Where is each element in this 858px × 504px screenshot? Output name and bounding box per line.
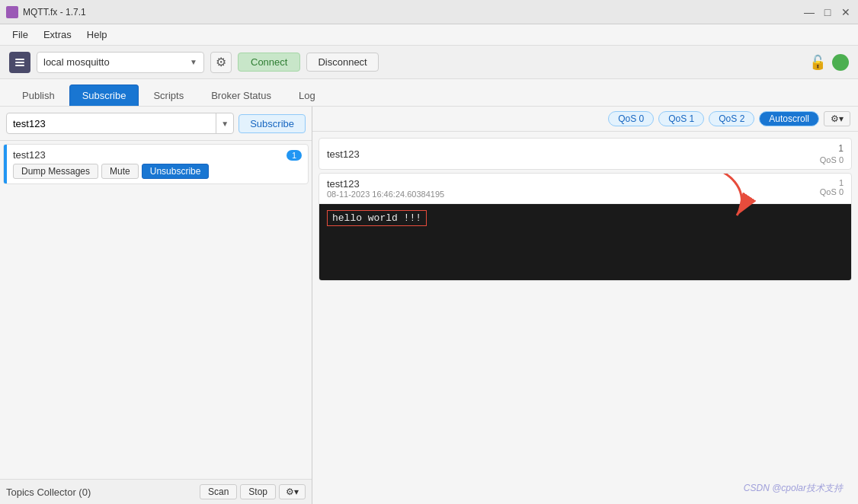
- tab-log[interactable]: Log: [286, 85, 328, 106]
- subscriptions-list: test123 1 Dump Messages Mute Unsubscribe: [0, 141, 312, 479]
- stop-button[interactable]: Stop: [240, 484, 276, 499]
- topic-input-container: ▼: [6, 113, 234, 134]
- broker-name: local mosquitto: [43, 56, 110, 68]
- broker-dropdown-arrow: ▼: [190, 58, 197, 66]
- subscription-count-badge: 1: [287, 150, 302, 161]
- svg-rect-1: [15, 62, 24, 63]
- message-detail-right: 1 QoS 0: [820, 178, 844, 196]
- main-toolbar: local mosquitto ▼ ⚙ Connect Disconnect 🔓: [0, 46, 858, 79]
- qos0-button[interactable]: QoS 0: [608, 111, 654, 126]
- message-detail-left: test123 08-11-2023 16:46:24.60384195: [327, 178, 444, 199]
- message-qos: QoS 0: [820, 155, 844, 164]
- svg-rect-2: [15, 65, 24, 66]
- svg-rect-0: [15, 59, 24, 60]
- message-topic: test123: [327, 148, 360, 160]
- tab-scripts[interactable]: Scripts: [140, 85, 197, 106]
- window-controls: — □ ✕: [803, 6, 852, 18]
- dump-messages-button[interactable]: Dump Messages: [13, 164, 98, 179]
- menu-help[interactable]: Help: [81, 27, 114, 42]
- disconnect-button[interactable]: Disconnect: [306, 53, 378, 72]
- topics-actions: Scan Stop ⚙▾: [200, 484, 306, 499]
- broker-settings-button[interactable]: ⚙: [210, 52, 232, 73]
- message-item: test123 1 QoS 0: [319, 138, 852, 170]
- title-bar-left: MQTT.fx - 1.7.1: [6, 6, 86, 18]
- app-icon: [6, 6, 18, 18]
- subscription-actions: Dump Messages Mute Unsubscribe: [13, 164, 302, 179]
- broker-icon: [9, 52, 30, 73]
- minimize-button[interactable]: —: [803, 6, 815, 18]
- connect-button[interactable]: Connect: [238, 53, 300, 72]
- broker-select[interactable]: local mosquitto ▼: [37, 52, 204, 73]
- lock-icon: 🔓: [809, 54, 826, 71]
- subscribe-button[interactable]: Subscribe: [239, 114, 306, 133]
- tab-broker-status[interactable]: Broker Status: [198, 85, 284, 106]
- tab-bar: Publish Subscribe Scripts Broker Status …: [0, 79, 858, 107]
- tab-publish[interactable]: Publish: [9, 85, 68, 106]
- red-arrow-icon: [684, 173, 775, 223]
- list-item: test123 1 Dump Messages Mute Unsubscribe: [3, 144, 309, 184]
- close-button[interactable]: ✕: [840, 6, 852, 18]
- maximize-button[interactable]: □: [821, 6, 834, 18]
- right-settings-button[interactable]: ⚙▾: [824, 111, 850, 126]
- message-payload-text: hello world !!!: [327, 210, 427, 226]
- menu-file[interactable]: File: [6, 27, 34, 42]
- menu-extras[interactable]: Extras: [37, 27, 78, 42]
- message-detail-timestamp: 08-11-2023 16:46:24.60384195: [327, 190, 444, 199]
- message-payload-area: hello world !!!: [319, 204, 851, 250]
- watermark: CSDN @cpolar技术支持: [744, 482, 843, 495]
- message-detail-topic: test123: [327, 178, 444, 190]
- message-payload-bottom: [319, 250, 851, 280]
- right-toolbar: QoS 0 QoS 1 QoS 2 Autoscroll ⚙▾: [312, 107, 858, 132]
- mute-button[interactable]: Mute: [101, 164, 139, 179]
- autoscroll-button[interactable]: Autoscroll: [759, 111, 819, 126]
- main-content: ▼ Subscribe test123 1 Dump Messages Mute…: [0, 107, 858, 504]
- topic-input[interactable]: [7, 118, 216, 129]
- message-meta: 1 QoS 0: [820, 143, 844, 164]
- message-detail: test123 08-11-2023 16:46:24.60384195 1 Q…: [319, 173, 852, 281]
- right-panel: QoS 0 QoS 1 QoS 2 Autoscroll ⚙▾ test123 …: [312, 107, 858, 504]
- message-detail-qos: QoS 0: [820, 187, 844, 196]
- unsubscribe-button[interactable]: Unsubscribe: [142, 164, 210, 179]
- app-title: MQTT.fx - 1.7.1: [23, 7, 86, 18]
- connection-status-circle: [832, 54, 849, 71]
- subscribe-toolbar: ▼ Subscribe: [0, 107, 312, 141]
- left-panel: ▼ Subscribe test123 1 Dump Messages Mute…: [0, 107, 312, 504]
- subscription-header: test123 1: [13, 149, 302, 161]
- messages-area: test123 1 QoS 0 test123 08-11-2023 16:46…: [312, 132, 858, 504]
- tab-subscribe[interactable]: Subscribe: [69, 85, 139, 106]
- topics-settings-button[interactable]: ⚙▾: [279, 484, 306, 499]
- message-count: 1: [838, 143, 844, 154]
- subscription-name: test123: [13, 149, 46, 161]
- scan-button[interactable]: Scan: [200, 484, 237, 499]
- topics-collector-title: Topics Collector (0): [6, 486, 91, 498]
- topics-collector: Topics Collector (0) Scan Stop ⚙▾: [0, 479, 312, 504]
- message-detail-count: 1: [839, 178, 844, 187]
- qos1-button[interactable]: QoS 1: [658, 111, 704, 126]
- menu-bar: File Extras Help: [0, 24, 858, 46]
- topic-dropdown-button[interactable]: ▼: [216, 113, 233, 133]
- qos2-button[interactable]: QoS 2: [709, 111, 754, 126]
- subscription-accent: [4, 145, 7, 183]
- title-bar: MQTT.fx - 1.7.1 — □ ✕: [0, 0, 858, 24]
